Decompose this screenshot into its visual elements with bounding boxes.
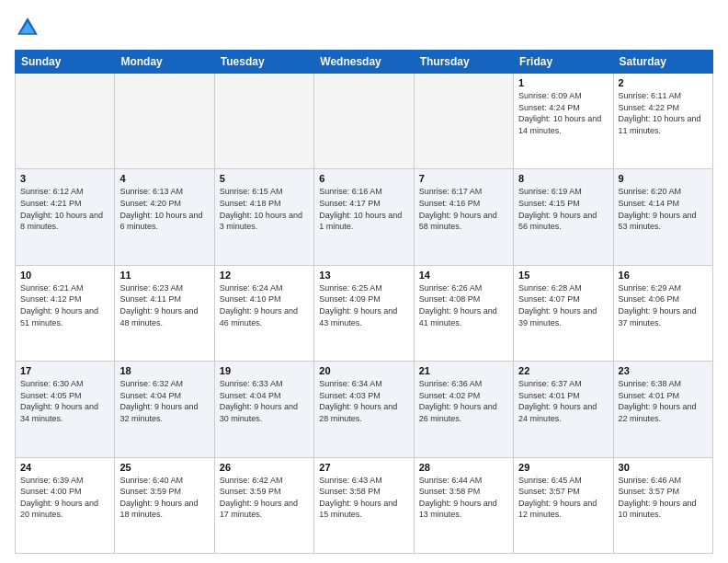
day-number: 7	[419, 173, 508, 184]
day-number: 20	[319, 365, 408, 376]
day-info: Sunrise: 6:45 AM Sunset: 3:57 PM Dayligh…	[518, 475, 608, 521]
calendar-weekday-saturday: Saturday	[613, 51, 712, 74]
calendar-cell: 5Sunrise: 6:15 AM Sunset: 4:18 PM Daylig…	[214, 169, 313, 265]
calendar-cell: 30Sunrise: 6:46 AM Sunset: 3:57 PM Dayli…	[613, 457, 712, 553]
calendar-weekday-monday: Monday	[115, 51, 214, 74]
calendar-cell	[414, 74, 513, 169]
calendar-cell: 13Sunrise: 6:25 AM Sunset: 4:09 PM Dayli…	[314, 265, 414, 361]
calendar-weekday-thursday: Thursday	[414, 51, 513, 74]
calendar-cell: 11Sunrise: 6:23 AM Sunset: 4:11 PM Dayli…	[115, 265, 214, 361]
calendar-week-0: 1Sunrise: 6:09 AM Sunset: 4:24 PM Daylig…	[16, 74, 713, 169]
day-number: 4	[119, 173, 209, 184]
day-number: 11	[119, 270, 209, 281]
day-info: Sunrise: 6:28 AM Sunset: 4:07 PM Dayligh…	[518, 282, 608, 328]
day-number: 21	[419, 365, 508, 376]
day-number: 1	[518, 77, 608, 88]
calendar-cell: 20Sunrise: 6:34 AM Sunset: 4:03 PM Dayli…	[314, 362, 414, 457]
page: SundayMondayTuesdayWednesdayThursdayFrid…	[0, 0, 728, 563]
day-number: 19	[220, 365, 309, 376]
day-info: Sunrise: 6:34 AM Sunset: 4:03 PM Dayligh…	[319, 378, 408, 424]
day-number: 26	[220, 462, 309, 473]
day-info: Sunrise: 6:17 AM Sunset: 4:16 PM Dayligh…	[419, 186, 508, 232]
day-number: 22	[518, 365, 608, 376]
day-number: 12	[220, 270, 309, 281]
header	[15, 15, 713, 40]
calendar-weekday-friday: Friday	[514, 51, 613, 74]
day-info: Sunrise: 6:09 AM Sunset: 4:24 PM Dayligh…	[518, 90, 608, 136]
calendar-weekday-wednesday: Wednesday	[314, 51, 414, 74]
day-info: Sunrise: 6:37 AM Sunset: 4:01 PM Dayligh…	[518, 378, 608, 424]
day-number: 30	[619, 462, 708, 473]
calendar-cell: 12Sunrise: 6:24 AM Sunset: 4:10 PM Dayli…	[214, 265, 313, 361]
calendar-week-3: 17Sunrise: 6:30 AM Sunset: 4:05 PM Dayli…	[16, 362, 713, 457]
calendar-cell: 27Sunrise: 6:43 AM Sunset: 3:58 PM Dayli…	[314, 457, 414, 553]
calendar-cell: 15Sunrise: 6:28 AM Sunset: 4:07 PM Dayli…	[514, 265, 613, 361]
day-info: Sunrise: 6:20 AM Sunset: 4:14 PM Dayligh…	[619, 186, 708, 232]
calendar-cell	[115, 74, 214, 169]
calendar-header-row: SundayMondayTuesdayWednesdayThursdayFrid…	[16, 51, 713, 74]
calendar-cell: 29Sunrise: 6:45 AM Sunset: 3:57 PM Dayli…	[514, 457, 613, 553]
calendar-week-1: 3Sunrise: 6:12 AM Sunset: 4:21 PM Daylig…	[16, 169, 713, 265]
calendar-cell: 22Sunrise: 6:37 AM Sunset: 4:01 PM Dayli…	[514, 362, 613, 457]
logo-icon	[15, 15, 40, 40]
calendar-cell: 3Sunrise: 6:12 AM Sunset: 4:21 PM Daylig…	[16, 169, 115, 265]
day-info: Sunrise: 6:43 AM Sunset: 3:58 PM Dayligh…	[319, 475, 408, 521]
day-info: Sunrise: 6:33 AM Sunset: 4:04 PM Dayligh…	[220, 378, 309, 424]
calendar-cell: 16Sunrise: 6:29 AM Sunset: 4:06 PM Dayli…	[613, 265, 712, 361]
day-number: 13	[319, 270, 408, 281]
day-info: Sunrise: 6:21 AM Sunset: 4:12 PM Dayligh…	[20, 282, 109, 328]
calendar-cell: 9Sunrise: 6:20 AM Sunset: 4:14 PM Daylig…	[613, 169, 712, 265]
calendar-cell: 26Sunrise: 6:42 AM Sunset: 3:59 PM Dayli…	[214, 457, 313, 553]
day-number: 27	[319, 462, 408, 473]
day-number: 15	[518, 270, 608, 281]
day-info: Sunrise: 6:30 AM Sunset: 4:05 PM Dayligh…	[20, 378, 109, 424]
day-number: 10	[20, 270, 109, 281]
day-number: 6	[319, 173, 408, 184]
day-number: 28	[419, 462, 508, 473]
day-info: Sunrise: 6:11 AM Sunset: 4:22 PM Dayligh…	[619, 90, 708, 136]
day-info: Sunrise: 6:46 AM Sunset: 3:57 PM Dayligh…	[619, 475, 708, 521]
day-info: Sunrise: 6:36 AM Sunset: 4:02 PM Dayligh…	[419, 378, 508, 424]
day-info: Sunrise: 6:39 AM Sunset: 4:00 PM Dayligh…	[20, 475, 109, 521]
calendar-cell	[16, 74, 115, 169]
day-info: Sunrise: 6:16 AM Sunset: 4:17 PM Dayligh…	[319, 186, 408, 232]
day-number: 18	[119, 365, 209, 376]
day-number: 3	[20, 173, 109, 184]
calendar-week-4: 24Sunrise: 6:39 AM Sunset: 4:00 PM Dayli…	[16, 457, 713, 553]
day-info: Sunrise: 6:32 AM Sunset: 4:04 PM Dayligh…	[119, 378, 209, 424]
calendar-cell	[214, 74, 313, 169]
day-number: 2	[619, 77, 708, 88]
day-number: 5	[220, 173, 309, 184]
day-info: Sunrise: 6:40 AM Sunset: 3:59 PM Dayligh…	[119, 475, 209, 521]
day-number: 8	[518, 173, 608, 184]
calendar-weekday-sunday: Sunday	[16, 51, 115, 74]
day-info: Sunrise: 6:15 AM Sunset: 4:18 PM Dayligh…	[220, 186, 309, 232]
day-info: Sunrise: 6:42 AM Sunset: 3:59 PM Dayligh…	[220, 475, 309, 521]
day-info: Sunrise: 6:38 AM Sunset: 4:01 PM Dayligh…	[619, 378, 708, 424]
calendar-cell: 10Sunrise: 6:21 AM Sunset: 4:12 PM Dayli…	[16, 265, 115, 361]
day-number: 25	[119, 462, 209, 473]
logo	[15, 15, 44, 40]
calendar-cell: 19Sunrise: 6:33 AM Sunset: 4:04 PM Dayli…	[214, 362, 313, 457]
calendar-cell: 21Sunrise: 6:36 AM Sunset: 4:02 PM Dayli…	[414, 362, 513, 457]
calendar-cell: 8Sunrise: 6:19 AM Sunset: 4:15 PM Daylig…	[514, 169, 613, 265]
calendar-cell: 14Sunrise: 6:26 AM Sunset: 4:08 PM Dayli…	[414, 265, 513, 361]
day-number: 29	[518, 462, 608, 473]
calendar-cell: 18Sunrise: 6:32 AM Sunset: 4:04 PM Dayli…	[115, 362, 214, 457]
calendar-cell: 1Sunrise: 6:09 AM Sunset: 4:24 PM Daylig…	[514, 74, 613, 169]
day-info: Sunrise: 6:19 AM Sunset: 4:15 PM Dayligh…	[518, 186, 608, 232]
calendar-cell: 4Sunrise: 6:13 AM Sunset: 4:20 PM Daylig…	[115, 169, 214, 265]
calendar-cell: 2Sunrise: 6:11 AM Sunset: 4:22 PM Daylig…	[613, 74, 712, 169]
day-info: Sunrise: 6:26 AM Sunset: 4:08 PM Dayligh…	[419, 282, 508, 328]
calendar-table: SundayMondayTuesdayWednesdayThursdayFrid…	[15, 50, 713, 554]
calendar-cell	[314, 74, 414, 169]
day-number: 17	[20, 365, 109, 376]
day-number: 14	[419, 270, 508, 281]
day-info: Sunrise: 6:44 AM Sunset: 3:58 PM Dayligh…	[419, 475, 508, 521]
day-info: Sunrise: 6:29 AM Sunset: 4:06 PM Dayligh…	[619, 282, 708, 328]
day-number: 23	[619, 365, 708, 376]
calendar-cell: 23Sunrise: 6:38 AM Sunset: 4:01 PM Dayli…	[613, 362, 712, 457]
day-info: Sunrise: 6:23 AM Sunset: 4:11 PM Dayligh…	[119, 282, 209, 328]
calendar-cell: 28Sunrise: 6:44 AM Sunset: 3:58 PM Dayli…	[414, 457, 513, 553]
calendar-cell: 7Sunrise: 6:17 AM Sunset: 4:16 PM Daylig…	[414, 169, 513, 265]
